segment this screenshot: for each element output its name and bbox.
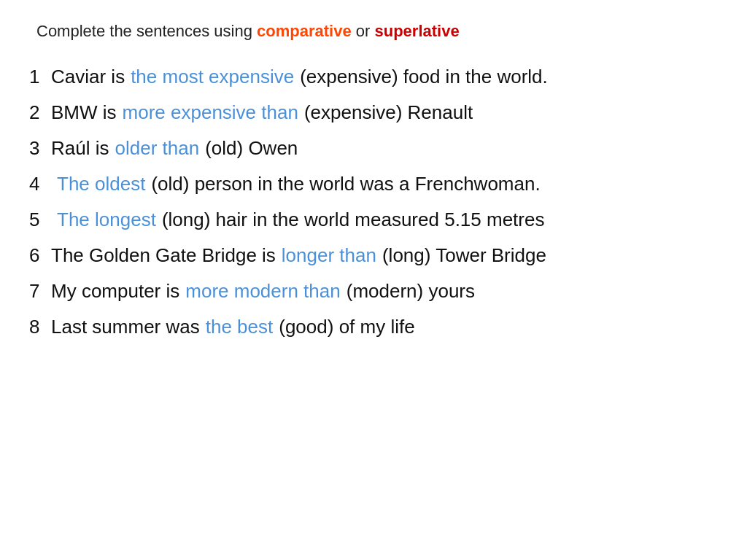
- sentences-container: 1Caviar isthe most expensive(expensive) …: [29, 63, 718, 341]
- sentence-after-6: (long) Tower Bridge: [382, 241, 546, 270]
- sentence-row-4: 4The oldest(old) person in the world was…: [29, 170, 718, 198]
- sentence-answer-8: the best: [206, 313, 274, 341]
- sentence-row-5: 5The longest(long) hair in the world mea…: [29, 206, 718, 234]
- sentence-after-8: (good) of my life: [279, 313, 414, 341]
- sentence-before-7: My computer is: [51, 277, 179, 306]
- instruction-prefix: Complete the sentences using: [36, 22, 257, 40]
- sentence-after-4: (old) person in the world was a Frenchwo…: [151, 170, 540, 198]
- sentence-before-3: Raúl is: [51, 134, 109, 163]
- sentence-after-7: (modern) yours: [347, 277, 475, 306]
- sentence-answer-6: longer than: [282, 241, 376, 270]
- sentence-row-3: 3Raúl isolder than(old) Owen: [29, 134, 718, 163]
- sentence-after-1: (expensive) food in the world.: [300, 63, 548, 91]
- sentence-before-2: BMW is: [51, 98, 117, 127]
- sentence-row-2: 2BMW ismore expensive than(expensive) Re…: [29, 98, 718, 127]
- sentence-row-8: 8Last summer wasthe best(good) of my lif…: [29, 313, 718, 341]
- sentence-row-1: 1Caviar isthe most expensive(expensive) …: [29, 63, 718, 91]
- sentence-after-2: (expensive) Renault: [304, 98, 473, 127]
- superlative-label: superlative: [375, 22, 460, 40]
- sentence-num-8: 8: [29, 313, 51, 341]
- sentence-after-5: (long) hair in the world measured 5.15 m…: [162, 206, 545, 234]
- comparative-label: comparative: [257, 22, 352, 40]
- instruction-or: or: [352, 22, 375, 40]
- sentence-answer-3: older than: [115, 134, 199, 163]
- sentence-num-5: 5: [29, 206, 51, 234]
- sentence-answer-1: the most expensive: [131, 63, 294, 91]
- sentence-row-6: 6The Golden Gate Bridge islonger than(lo…: [29, 241, 718, 270]
- instruction-text: Complete the sentences using comparative…: [36, 22, 718, 41]
- sentence-answer-7: more modern than: [185, 277, 340, 306]
- sentence-answer-4: The oldest: [57, 170, 145, 198]
- sentence-num-6: 6: [29, 241, 51, 270]
- sentence-before-1: Caviar is: [51, 63, 125, 91]
- sentence-num-4: 4: [29, 170, 51, 198]
- sentence-num-1: 1: [29, 63, 51, 91]
- sentence-before-6: The Golden Gate Bridge is: [51, 241, 276, 270]
- sentence-before-8: Last summer was: [51, 313, 200, 341]
- sentence-answer-5: The longest: [57, 206, 156, 234]
- sentence-after-3: (old) Owen: [205, 134, 298, 163]
- sentence-row-7: 7My computer ismore modern than(modern) …: [29, 277, 718, 306]
- sentence-num-7: 7: [29, 277, 51, 306]
- sentence-num-3: 3: [29, 134, 51, 163]
- sentence-answer-2: more expensive than: [123, 98, 298, 127]
- sentence-num-2: 2: [29, 98, 51, 127]
